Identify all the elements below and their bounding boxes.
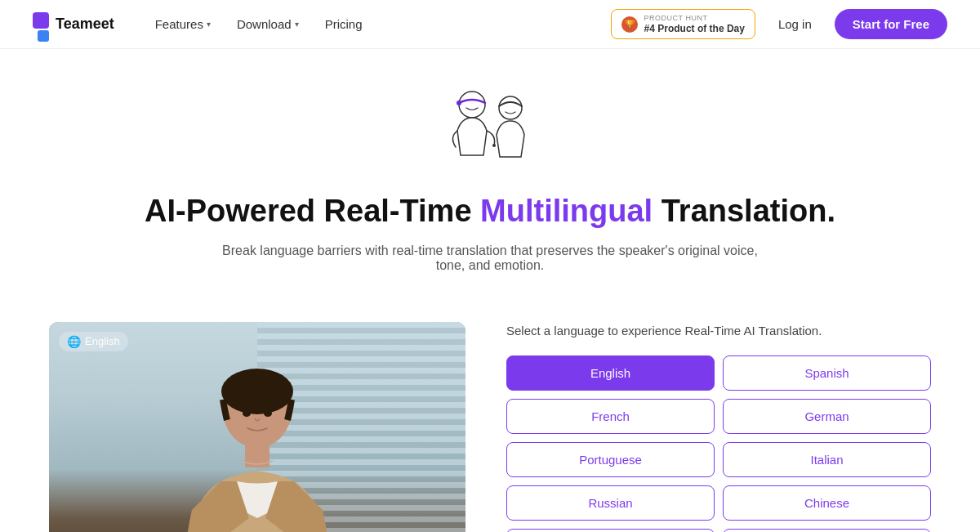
product-hunt-icon: 🏆 bbox=[621, 16, 638, 33]
login-button[interactable]: Log in bbox=[768, 11, 822, 38]
svg-point-3 bbox=[499, 96, 522, 119]
main-content: 🌐 English Select a language to experienc… bbox=[0, 322, 980, 532]
chevron-down-icon: ▾ bbox=[295, 20, 299, 29]
hero-section: AI-Powered Real-Time Multilingual Transl… bbox=[0, 49, 980, 322]
logo[interactable]: Teameet bbox=[33, 12, 114, 37]
nav-features[interactable]: Features ▾ bbox=[144, 11, 222, 38]
navbar: Teameet Features ▾ Download ▾ Pricing 🏆 … bbox=[0, 0, 980, 49]
video-frame: 🌐 English bbox=[49, 322, 466, 532]
logo-purple-square bbox=[33, 12, 49, 29]
product-hunt-badge[interactable]: 🏆 PRODUCT HUNT #4 Product of the Day bbox=[611, 9, 755, 39]
logo-icon bbox=[33, 12, 49, 37]
language-selection-panel: Select a language to experience Real-Tim… bbox=[506, 322, 931, 532]
nav-links: Features ▾ Download ▾ Pricing bbox=[144, 11, 611, 38]
language-instruction: Select a language to experience Real-Tim… bbox=[506, 322, 931, 339]
video-container: 🌐 English bbox=[49, 322, 466, 532]
svg-point-1 bbox=[457, 101, 461, 105]
svg-point-7 bbox=[243, 410, 251, 417]
lang-button-arabic[interactable]: Arabic bbox=[723, 529, 931, 532]
lang-button-russian[interactable]: Russian bbox=[506, 485, 715, 521]
lang-button-italian[interactable]: Italian bbox=[723, 442, 931, 477]
svg-point-8 bbox=[264, 410, 272, 417]
person-in-video bbox=[49, 322, 466, 532]
nav-download[interactable]: Download ▾ bbox=[225, 11, 310, 38]
svg-point-0 bbox=[459, 92, 485, 118]
logo-blue-square bbox=[38, 30, 49, 42]
svg-point-2 bbox=[492, 144, 496, 147]
lang-button-japanese[interactable]: Japanese bbox=[506, 529, 715, 532]
video-background: 🌐 English bbox=[49, 322, 466, 532]
globe-icon: 🌐 bbox=[67, 335, 81, 348]
nav-pricing[interactable]: Pricing bbox=[314, 11, 374, 38]
svg-point-5 bbox=[221, 369, 293, 414]
chevron-down-icon: ▾ bbox=[207, 20, 211, 29]
hero-title: AI-Powered Real-Time Multilingual Transl… bbox=[33, 193, 947, 230]
language-grid: EnglishSpanishFrenchGermanPortugueseItal… bbox=[506, 355, 931, 532]
lang-button-german[interactable]: German bbox=[723, 399, 931, 434]
hero-illustration bbox=[33, 82, 947, 180]
lang-button-portuguese[interactable]: Portuguese bbox=[506, 442, 715, 477]
hero-subtitle: Break language barriers with real-time t… bbox=[212, 244, 768, 273]
brand-name: Teameet bbox=[56, 16, 114, 33]
product-hunt-text: PRODUCT HUNT #4 Product of the Day bbox=[644, 14, 745, 34]
illustration-svg bbox=[425, 82, 555, 180]
video-language-badge: 🌐 English bbox=[59, 332, 128, 351]
start-free-button[interactable]: Start for Free bbox=[835, 9, 947, 39]
lang-button-english[interactable]: English bbox=[506, 355, 715, 391]
nav-right: 🏆 PRODUCT HUNT #4 Product of the Day Log… bbox=[611, 9, 947, 39]
lang-button-chinese[interactable]: Chinese bbox=[723, 485, 931, 521]
lang-button-french[interactable]: French bbox=[506, 399, 715, 434]
lang-button-spanish[interactable]: Spanish bbox=[723, 355, 931, 391]
